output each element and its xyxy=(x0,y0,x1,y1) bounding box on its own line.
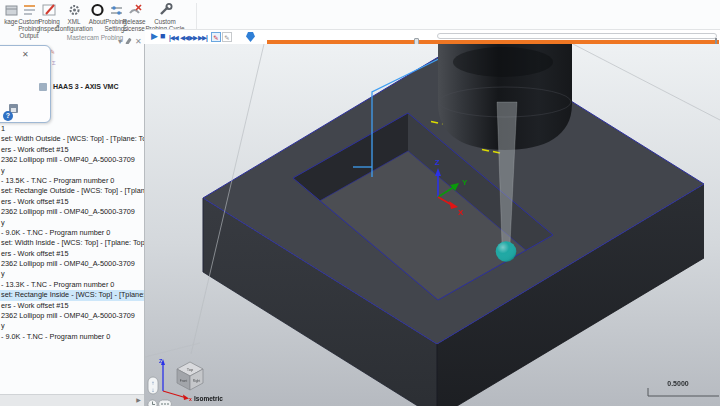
toolpath-row[interactable]: set: Rectangle Inside - [WCS: Top] - [Tp… xyxy=(0,290,145,300)
toolpaths-panel: ✎ ◔ Σ ✕ ? HAAS 3 - AXIS VMC 1 set: Width… xyxy=(0,44,145,406)
view-cube-top-label: Top xyxy=(187,367,194,372)
play-icon[interactable]: ▶ xyxy=(151,31,158,41)
toolpath-row-label: set: Width Outside - [WCS: Top] - [Tplan… xyxy=(1,134,145,143)
toolpath-row-label: y xyxy=(1,218,5,227)
toolpath-row-label: ers - Work offset #15 xyxy=(1,145,68,154)
z-axis-label: Z xyxy=(435,158,440,167)
viewport-3d[interactable]: Z Y X ↑ xyxy=(145,44,720,406)
toolpath-row-label: - 9.0K - T.NC - Program number 0 xyxy=(1,332,110,341)
toolpath-row-label: - 13.5K - T.NC - Program number 0 xyxy=(1,176,114,185)
scale-value: 0.5000 xyxy=(667,380,689,387)
step-back-icon[interactable]: ◀◀ xyxy=(180,34,188,42)
machine-icon xyxy=(39,83,47,91)
timeline-progress-bar[interactable] xyxy=(267,40,719,44)
xml-gear-icon xyxy=(67,1,82,18)
toolpath-row[interactable]: y xyxy=(0,166,145,176)
toolpath-row-label: 2362 Lollipop mill - OMP40_A-5000-3709 xyxy=(1,207,135,216)
arrow-up-icon[interactable]: ↑ xyxy=(152,380,155,386)
skip-to-start-icon[interactable]: |◀◀ xyxy=(169,34,178,42)
toolpath-row[interactable]: set: Rectangle Outside - [WCS: Top] - [T… xyxy=(0,186,145,196)
step-forward-icon[interactable]: ▶▶ xyxy=(189,34,197,42)
toolpath-row[interactable]: ers - Work offset #15 xyxy=(0,301,145,311)
toolpath-row[interactable]: y xyxy=(0,218,145,228)
view-cube-right-label: Right xyxy=(193,379,201,383)
toolpath-row-label: - 13.3K - T.NC - Program number 0 xyxy=(1,280,114,289)
toolpath-row[interactable]: - 9.0K - T.NC - Program number 0 xyxy=(0,332,145,342)
help-icon[interactable]: ? xyxy=(3,111,13,121)
toolpath-row[interactable]: y xyxy=(0,321,145,331)
timeline-home-marker-icon[interactable] xyxy=(246,32,255,42)
toolpath-row[interactable]: - 13.5K - T.NC - Program number 0 xyxy=(0,176,145,186)
simulator-toolbar: ▶ ■ |◀◀ ◀◀ ▶▶ ▶▶| ✎ ✎ xyxy=(145,29,720,45)
toolpath-row-label: 2362 Lollipop mill - OMP40_A-5000-3709 xyxy=(1,155,135,164)
toolpath-row-label: ers - Work offset #15 xyxy=(1,301,68,310)
toolpath-row[interactable]: y xyxy=(0,269,145,279)
toolpath-row-label: - 9.0K - T.NC - Program number 0 xyxy=(1,228,110,237)
toolpath-row-label: y xyxy=(1,269,5,278)
toolpath-row-label: y xyxy=(1,166,5,175)
cycle-builder-wrench-icon xyxy=(158,1,173,18)
view-cube-front-label: Front xyxy=(180,379,188,383)
panel-horizontal-scrollbar[interactable]: ▶ xyxy=(0,394,145,406)
toolpath-row[interactable]: set: Width Outside - [WCS: Top] - [Tplan… xyxy=(0,134,145,144)
toolpath-operation-list: 1 set: Width Outside - [WCS: Top] - [Tpl… xyxy=(0,124,145,342)
toolbar-mini-icon[interactable]: Σ xyxy=(52,60,56,66)
toolpath-row-label: set: Rectangle Inside - [WCS: Top] - [Tp… xyxy=(1,290,145,299)
toolpath-row-label: 1 xyxy=(1,124,5,133)
toolpath-row[interactable]: - 13.3K - T.NC - Program number 0 xyxy=(0,280,145,290)
toolpath-row[interactable]: - 9.0K - T.NC - Program number 0 xyxy=(0,228,145,238)
scroll-right-icon[interactable]: ▶ xyxy=(133,395,144,405)
toolpath-row[interactable]: ers - Work offset #15 xyxy=(0,145,145,155)
toolpath-row[interactable]: ers - Work offset #15 xyxy=(0,197,145,207)
mastercam-window: kage Custom Probing Output Probing Inspe… xyxy=(0,0,720,406)
view-label: Isometric xyxy=(194,395,223,402)
feed-slider-track[interactable] xyxy=(437,33,717,39)
close-icon[interactable]: ✕ xyxy=(22,50,29,59)
y-axis-label: Y xyxy=(462,178,468,187)
toolpath-row-label: ers - Work offset #15 xyxy=(1,249,68,258)
release-license-phone-icon xyxy=(127,1,142,18)
toolpath-row[interactable]: 2362 Lollipop mill - OMP40_A-5000-3709 xyxy=(0,207,145,217)
toolpath-row[interactable]: ers - Work offset #15 xyxy=(0,249,145,259)
machine-group-row[interactable]: HAAS 3 - AXIS VMC xyxy=(0,82,145,93)
mini-x-axis-label: x xyxy=(189,396,192,402)
toolpath-row[interactable]: set: Width Inside - [WCS: Top] - [Tplane… xyxy=(0,238,145,248)
skip-to-end-icon[interactable]: ▶▶| xyxy=(198,34,207,42)
toolpath-row[interactable]: 1 xyxy=(0,124,145,134)
toolpath-row-label: 2362 Lollipop mill - OMP40_A-5000-3709 xyxy=(1,259,135,268)
toolpath-row-label: 2362 Lollipop mill - OMP40_A-5000-3709 xyxy=(1,311,135,320)
toolpath-row-label: set: Rectangle Outside - [WCS: Top] - [T… xyxy=(1,186,145,195)
machine-label: HAAS 3 - AXIS VMC xyxy=(53,83,118,90)
toolpath-row-label: y xyxy=(1,321,5,330)
edit-toolpath-toggle[interactable]: ✎ xyxy=(211,32,221,42)
toolpath-row-label: set: Width Inside - [WCS: Top] - [Tplane… xyxy=(1,238,145,247)
toolpath-row-label: ers - Work offset #15 xyxy=(1,197,68,206)
options-control[interactable] xyxy=(159,400,172,406)
toolpath-row[interactable]: 2362 Lollipop mill - OMP40_A-5000-3709 xyxy=(0,311,145,321)
arrow-down-icon[interactable]: ↓ xyxy=(152,387,155,393)
x-axis-label: X xyxy=(458,208,464,217)
stop-icon[interactable]: ■ xyxy=(160,31,165,41)
toolpath-row[interactable]: 2362 Lollipop mill - OMP40_A-5000-3709 xyxy=(0,155,145,165)
erase-toolpath-toggle[interactable]: ✎ xyxy=(222,32,232,42)
toolpath-row[interactable]: 2362 Lollipop mill - OMP40_A-5000-3709 xyxy=(0,259,145,269)
